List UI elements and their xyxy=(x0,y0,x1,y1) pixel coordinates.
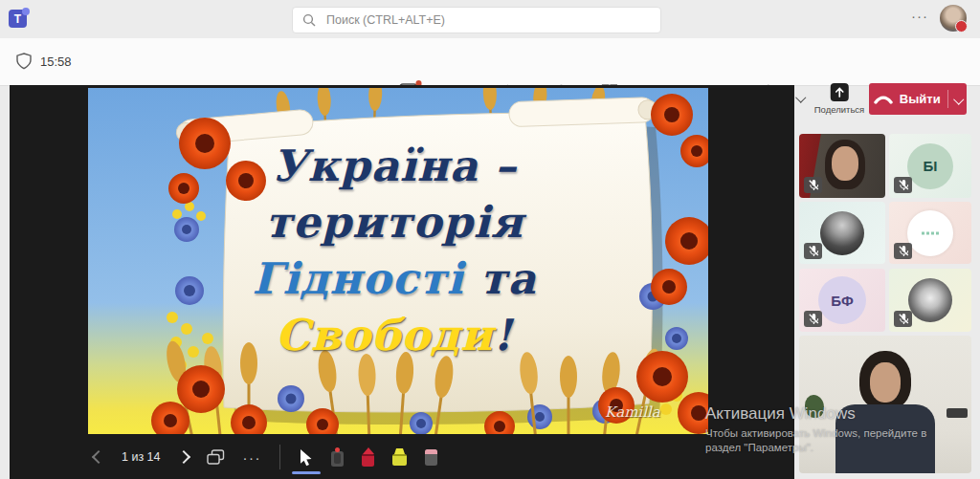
microphone-dropdown-chevron-icon[interactable] xyxy=(795,92,806,102)
app-header: T ··· xyxy=(0,0,980,38)
leave-dropdown-chevron-icon[interactable] xyxy=(953,94,964,104)
participant-tile-initials-2[interactable]: БФ xyxy=(799,269,885,332)
highlighter-tool[interactable] xyxy=(392,448,407,466)
eraser-icon xyxy=(425,449,437,466)
pen-tool[interactable] xyxy=(362,447,374,467)
mic-off-icon xyxy=(804,243,822,259)
pen-icon xyxy=(362,447,374,467)
slide-more-icon[interactable]: ··· xyxy=(243,449,262,466)
search-bar[interactable] xyxy=(292,7,661,33)
leave-button[interactable]: Выйти xyxy=(869,83,967,115)
teams-logo-icon: T xyxy=(9,10,27,28)
eraser-tool[interactable] xyxy=(425,449,437,466)
participant-tile-video-large[interactable] xyxy=(799,336,971,473)
share-button[interactable]: Поделиться xyxy=(814,83,864,115)
laser-pointer-icon xyxy=(331,451,344,467)
hangup-phone-icon xyxy=(874,95,893,104)
mic-off-icon xyxy=(894,177,912,193)
highlighter-icon xyxy=(392,448,407,466)
slide-control-bar: 1 из 14 ··· xyxy=(10,435,794,479)
slide-line-3: Гідності та xyxy=(126,250,662,307)
user-avatar[interactable] xyxy=(940,5,967,32)
slide-page-indicator: 1 из 14 xyxy=(122,450,161,464)
slide-title-text: Україна – територія Гідності та Свободи! xyxy=(126,138,662,363)
participant-photo xyxy=(908,278,952,322)
participant-photo xyxy=(820,211,864,255)
search-icon xyxy=(302,13,316,27)
laser-pointer-tool[interactable] xyxy=(331,448,344,467)
shared-slide: Україна – територія Гідності та Свободи!… xyxy=(88,88,708,434)
participant-tile-video-1[interactable] xyxy=(799,134,885,198)
slide-line-4: Свободи! xyxy=(126,307,662,363)
slide-signature: Kamilla xyxy=(605,403,660,421)
presentation-stage: Україна – територія Гідності та Свободи!… xyxy=(10,85,794,479)
participant-tile-photo-2[interactable] xyxy=(889,269,971,332)
shield-icon xyxy=(16,53,32,74)
participant-tile-avatar-small[interactable] xyxy=(889,202,971,264)
participant-initials: БФ xyxy=(818,276,866,324)
participant-tile-photo-1[interactable] xyxy=(799,202,885,264)
participant-avatar-circle xyxy=(907,210,953,256)
slide-line-1: Україна – xyxy=(126,138,662,194)
participant-tile-initials-1[interactable]: БІ xyxy=(889,134,971,198)
share-icon xyxy=(831,83,849,101)
cursor-arrow-icon xyxy=(299,448,313,467)
mic-off-icon xyxy=(894,311,912,327)
mic-off-icon xyxy=(804,177,822,193)
mic-off-icon xyxy=(894,243,912,259)
cursor-tool[interactable] xyxy=(299,448,313,467)
header-more-icon[interactable]: ··· xyxy=(911,8,928,24)
participant-initials: БІ xyxy=(907,143,953,189)
meeting-timer: 15:58 xyxy=(40,54,72,69)
slide-deck-icon[interactable] xyxy=(207,449,225,466)
mic-off-icon xyxy=(804,311,822,327)
previous-slide-chevron-icon[interactable] xyxy=(92,450,105,464)
slide-line-2: територія xyxy=(126,194,662,250)
search-input[interactable] xyxy=(324,12,651,28)
plant-decor xyxy=(805,395,824,418)
meeting-toolbar: 15:58 ✕ Закрыть дос... Личный пр... Чат xyxy=(0,38,980,86)
next-slide-chevron-icon[interactable] xyxy=(176,450,189,464)
